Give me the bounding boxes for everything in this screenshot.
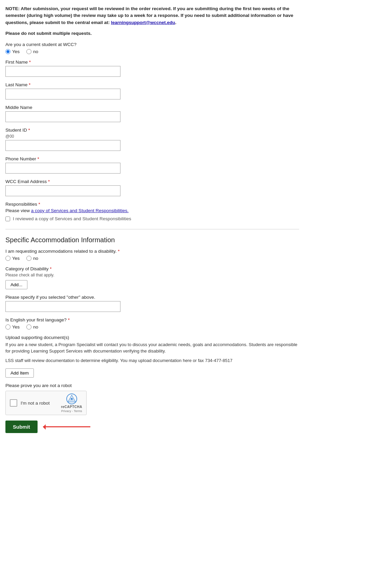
disability-no-label: no bbox=[33, 256, 38, 261]
current-student-group: Are you a current student at WCC? Yes no bbox=[5, 42, 299, 54]
responsibilities-checkbox[interactable] bbox=[5, 217, 10, 221]
email-link[interactable]: learningsupport@wccnet.edu bbox=[111, 20, 175, 25]
upload-description-2: LSS staff will review documentation to d… bbox=[5, 357, 299, 364]
first-name-label: First Name * bbox=[5, 60, 299, 65]
current-student-radio-group: Yes no bbox=[5, 49, 299, 54]
responsibilities-label: Responsibilities * bbox=[5, 202, 299, 207]
current-student-yes-label: Yes bbox=[12, 49, 20, 54]
middle-name-label: Middle Name bbox=[5, 105, 299, 110]
wcc-email-group: WCC Email Address * bbox=[5, 179, 299, 196]
last-name-group: Last Name * bbox=[5, 82, 299, 99]
english-yes-option[interactable]: Yes bbox=[5, 324, 20, 330]
last-name-input[interactable] bbox=[5, 89, 120, 99]
specify-other-group: Please specify if you selected "other" a… bbox=[5, 295, 299, 312]
phone-number-required: * bbox=[38, 156, 39, 161]
disability-required: * bbox=[118, 249, 119, 254]
accommodation-section-title: Specific Accommodation Information bbox=[5, 236, 299, 244]
english-first-required: * bbox=[68, 317, 70, 322]
submit-button[interactable]: Submit bbox=[5, 421, 38, 433]
submit-row: Submit bbox=[5, 421, 299, 433]
phone-number-label: Phone Number * bbox=[5, 156, 299, 161]
note-box: NOTE: After submission, your request wil… bbox=[5, 5, 299, 26]
middle-name-group: Middle Name bbox=[5, 105, 299, 122]
english-yes-label: Yes bbox=[12, 324, 20, 330]
student-id-label: Student ID * bbox=[5, 128, 299, 133]
disability-yes-option[interactable]: Yes bbox=[5, 256, 20, 261]
english-first-radio-group: Yes no bbox=[5, 324, 299, 330]
responsibilities-instruction: Please view a copy of Services and Stude… bbox=[5, 208, 299, 213]
current-student-yes-option[interactable]: Yes bbox=[5, 49, 20, 54]
recaptcha-links: Privacy - Terms bbox=[61, 409, 82, 413]
student-id-input[interactable] bbox=[5, 140, 120, 151]
recaptcha-brand: reCAPTCHA bbox=[61, 405, 82, 409]
disability-yes-label: Yes bbox=[12, 256, 20, 261]
english-no-label: no bbox=[33, 324, 38, 330]
upload-section: Upload supporting document(s) If you are… bbox=[5, 335, 299, 378]
recaptcha-left: I'm not a robot bbox=[10, 399, 50, 407]
recaptcha-group: Please prove you are not a robot I'm not… bbox=[5, 383, 299, 415]
wcc-email-required: * bbox=[48, 179, 50, 184]
disability-no-radio[interactable] bbox=[26, 256, 31, 261]
english-yes-radio[interactable] bbox=[5, 324, 10, 330]
responsibilities-checkbox-label: I reviewed a copy of Services and Studen… bbox=[13, 216, 131, 222]
english-first-group: Is English your first language? * Yes no bbox=[5, 317, 299, 330]
current-student-no-label: no bbox=[33, 49, 38, 54]
student-id-group: Student ID * @00 bbox=[5, 128, 299, 151]
phone-number-input[interactable] bbox=[5, 163, 120, 174]
english-no-option[interactable]: no bbox=[26, 324, 38, 330]
wcc-email-label: WCC Email Address * bbox=[5, 179, 299, 184]
disability-question-label: I am requesting accommodations related t… bbox=[5, 249, 299, 254]
current-student-yes-radio[interactable] bbox=[5, 49, 10, 54]
specify-other-input[interactable] bbox=[5, 301, 120, 312]
english-first-label: Is English your first language? * bbox=[5, 317, 299, 322]
recaptcha-text: I'm not a robot bbox=[21, 401, 50, 406]
phone-number-group: Phone Number * bbox=[5, 156, 299, 174]
recaptcha-right: reCAPTCHA Privacy - Terms bbox=[61, 393, 82, 413]
svg-point-1 bbox=[71, 398, 73, 400]
no-submit-notice: Please do not submit multiple requests. bbox=[5, 31, 299, 36]
section-divider bbox=[5, 229, 299, 229]
student-id-required: * bbox=[28, 128, 30, 133]
recaptcha-checkbox[interactable] bbox=[10, 399, 17, 407]
student-id-hint: @00 bbox=[5, 134, 299, 139]
last-name-required: * bbox=[29, 82, 30, 87]
note-text: NOTE: After submission, your request wil… bbox=[5, 6, 293, 25]
disability-no-option[interactable]: no bbox=[26, 256, 38, 261]
current-student-no-radio[interactable] bbox=[26, 49, 31, 54]
accommodation-section: Specific Accommodation Information I am … bbox=[5, 236, 299, 433]
responsibilities-section: Responsibilities * Please view a copy of… bbox=[5, 202, 299, 222]
responsibilities-link[interactable]: a copy of Services and Student Responsib… bbox=[31, 208, 129, 213]
responsibilities-required: * bbox=[39, 202, 40, 207]
first-name-group: First Name * bbox=[5, 60, 299, 77]
add-item-button[interactable]: Add Item bbox=[5, 368, 34, 378]
upload-description: If you are a new student, a Program Spec… bbox=[5, 341, 299, 364]
current-student-label: Are you a current student at WCC? bbox=[5, 42, 299, 47]
first-name-required: * bbox=[29, 60, 31, 65]
arrow-indicator bbox=[43, 426, 90, 427]
last-name-label: Last Name * bbox=[5, 82, 299, 87]
english-no-radio[interactable] bbox=[26, 324, 31, 330]
category-disability-instruction: Please check all that apply. bbox=[5, 273, 299, 277]
current-student-no-option[interactable]: no bbox=[26, 49, 38, 54]
specify-other-label: Please specify if you selected "other" a… bbox=[5, 295, 299, 300]
upload-description-1: If you are a new student, a Program Spec… bbox=[5, 341, 299, 355]
recaptcha-logo-icon bbox=[66, 393, 77, 404]
arrow-line bbox=[43, 426, 90, 427]
category-disability-label: Category of Disability * bbox=[5, 266, 299, 271]
category-disability-required: * bbox=[50, 266, 51, 271]
prove-robot-label: Please prove you are not a robot bbox=[5, 383, 299, 388]
first-name-input[interactable] bbox=[5, 66, 120, 77]
disability-radio-group: Yes no bbox=[5, 256, 299, 261]
disability-yes-radio[interactable] bbox=[5, 256, 10, 261]
category-disability-add-button[interactable]: Add... bbox=[5, 280, 27, 289]
category-disability-group: Category of Disability * Please check al… bbox=[5, 266, 299, 289]
upload-label: Upload supporting document(s) bbox=[5, 335, 299, 340]
disability-question-group: I am requesting accommodations related t… bbox=[5, 249, 299, 261]
wcc-email-input[interactable] bbox=[5, 185, 120, 196]
responsibilities-checkbox-group: I reviewed a copy of Services and Studen… bbox=[5, 216, 299, 222]
middle-name-input[interactable] bbox=[5, 111, 120, 122]
recaptcha-box[interactable]: I'm not a robot reCAPTCHA Privacy - Term… bbox=[5, 391, 87, 415]
